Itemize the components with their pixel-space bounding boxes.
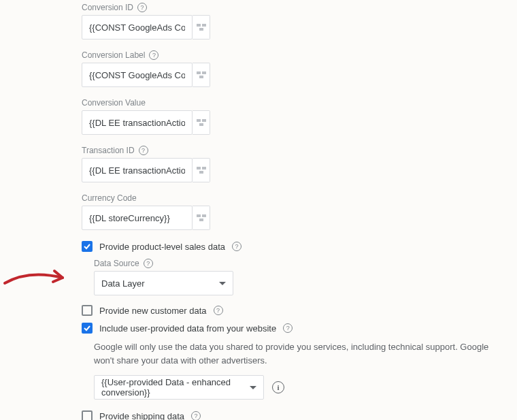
svg-rect-9 bbox=[197, 167, 201, 169]
checkmark-icon bbox=[83, 324, 91, 332]
product-level-checkbox[interactable] bbox=[82, 241, 93, 252]
conversion-id-label: Conversion ID bbox=[82, 3, 133, 12]
svg-rect-2 bbox=[199, 28, 203, 31]
help-icon[interactable]: ? bbox=[149, 50, 159, 60]
svg-rect-13 bbox=[202, 214, 206, 217]
conversion-value-input[interactable] bbox=[82, 110, 193, 135]
data-source-value: Data Layer bbox=[101, 278, 145, 289]
conversion-id-input[interactable] bbox=[82, 15, 193, 39]
conversion-label-label: Conversion Label bbox=[82, 50, 145, 60]
svg-rect-6 bbox=[197, 119, 201, 122]
svg-rect-1 bbox=[202, 24, 206, 27]
shipping-label: Provide shipping data bbox=[99, 411, 184, 421]
conversion-value-label: Conversion Value bbox=[82, 98, 146, 108]
help-icon[interactable]: ? bbox=[214, 306, 223, 315]
svg-rect-0 bbox=[197, 24, 201, 27]
svg-rect-4 bbox=[202, 71, 206, 74]
shipping-checkbox[interactable] bbox=[82, 410, 93, 420]
new-customer-label: Provide new customer data bbox=[99, 306, 207, 316]
help-icon[interactable]: ? bbox=[232, 242, 241, 251]
chevron-down-icon bbox=[250, 386, 256, 389]
user-provided-data-dropdown[interactable]: {{User-provided Data - enhanced conversi… bbox=[94, 375, 264, 400]
variable-picker-button[interactable] bbox=[193, 15, 210, 39]
transaction-id-label: Transaction ID bbox=[82, 146, 135, 155]
variable-picker-button[interactable] bbox=[193, 158, 210, 182]
svg-rect-12 bbox=[197, 214, 201, 217]
svg-rect-3 bbox=[197, 71, 201, 74]
help-icon[interactable]: ? bbox=[144, 259, 153, 268]
brick-icon bbox=[197, 71, 206, 78]
variable-picker-button[interactable] bbox=[193, 110, 210, 135]
svg-rect-10 bbox=[202, 167, 206, 169]
svg-rect-11 bbox=[199, 171, 203, 174]
svg-rect-14 bbox=[199, 219, 203, 221]
checkmark-icon bbox=[83, 242, 91, 251]
currency-code-input[interactable] bbox=[82, 206, 193, 230]
info-icon[interactable]: i bbox=[272, 381, 284, 393]
chevron-down-icon bbox=[219, 282, 226, 285]
brick-icon bbox=[197, 167, 206, 174]
product-level-label: Provide product-level sales data bbox=[99, 242, 225, 252]
data-source-dropdown[interactable]: Data Layer bbox=[94, 271, 233, 295]
help-icon[interactable]: ? bbox=[137, 3, 147, 12]
transaction-id-input[interactable] bbox=[82, 158, 193, 182]
help-icon[interactable]: ? bbox=[191, 411, 201, 420]
brick-icon bbox=[197, 214, 206, 221]
user-provided-label: Include user-provided data from your web… bbox=[99, 323, 276, 334]
brick-icon bbox=[197, 119, 206, 126]
annotation-arrow bbox=[1, 264, 76, 291]
currency-code-label: Currency Code bbox=[82, 193, 137, 203]
user-provided-checkbox[interactable] bbox=[82, 323, 93, 334]
brick-icon bbox=[197, 24, 206, 31]
user-provided-description: Google will only use the data you shared… bbox=[94, 340, 503, 367]
svg-rect-7 bbox=[202, 119, 206, 122]
data-source-label: Data Source bbox=[94, 259, 139, 268]
svg-rect-5 bbox=[199, 76, 203, 78]
help-icon[interactable]: ? bbox=[139, 146, 148, 155]
help-icon[interactable]: ? bbox=[283, 323, 293, 333]
variable-picker-button[interactable] bbox=[193, 63, 210, 87]
variable-picker-button[interactable] bbox=[193, 206, 210, 230]
new-customer-checkbox[interactable] bbox=[82, 305, 93, 316]
svg-rect-8 bbox=[199, 123, 203, 126]
conversion-label-input[interactable] bbox=[82, 63, 193, 87]
user-provided-data-value: {{User-provided Data - enhanced conversi… bbox=[101, 377, 250, 398]
